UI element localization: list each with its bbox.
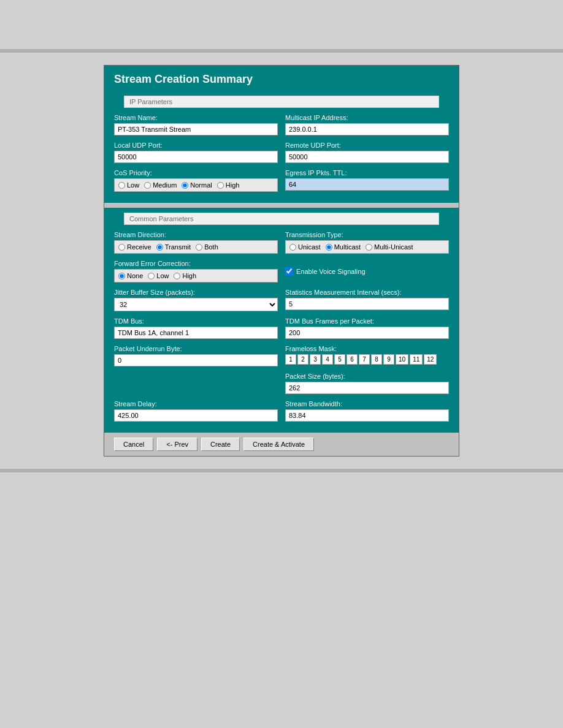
egress-input[interactable] [285,178,449,191]
voice-signaling-row: Enable Voice Signaling [285,267,449,275]
col-stream-bandwidth: Stream Bandwidth: [285,400,449,422]
transmission-type-label: Transmission Type: [285,231,449,238]
cos-medium-label[interactable]: Medium [144,181,177,189]
frameloss-btn-5[interactable]: 5 [334,354,345,365]
trans-unicast-radio[interactable] [289,244,296,251]
egress-label: Egress IP Pkts. TTL: [285,169,449,176]
fec-high-label[interactable]: High [174,272,196,279]
create-activate-button[interactable]: Create & Activate [243,438,314,451]
row-fec-voice: Forward Error Correction: None Low High [114,260,449,282]
row-underrun-frameloss: Packet Underrun Byte: Frameloss Mask: 12… [114,345,449,366]
multicast-ip-input[interactable] [285,123,449,135]
col-frameloss: Frameloss Mask: 123456789101112 [285,345,449,366]
dir-transmit-label[interactable]: Transmit [156,243,191,251]
col-stats: Statistics Measurement Interval (secs): [285,289,449,311]
common-parameters-section: Common Parameters Stream Direction: Rece… [104,208,459,433]
cos-normal-radio[interactable] [182,182,188,189]
fec-none-radio[interactable] [118,273,125,279]
top-bar [0,49,563,53]
bottom-buttons: Cancel <- Prev Create Create & Activate [104,433,459,456]
cos-radio-group: Low Medium Normal High [114,178,278,192]
stats-input[interactable] [285,298,449,310]
transmission-radio-group: Unicast Multicast Multi-Unicast [285,240,449,254]
page-title: Stream Creation Summary [104,66,459,91]
fec-none-label[interactable]: None [118,272,143,279]
col-packet-size: Packet Size (bytes): [285,373,449,394]
dir-transmit-radio[interactable] [156,244,163,251]
col-transmission-type: Transmission Type: Unicast Multicast Mul… [285,231,449,254]
frameloss-btn-10[interactable]: 10 [396,354,408,365]
trans-multicast-label[interactable]: Multicast [326,243,361,251]
dir-receive-label[interactable]: Receive [118,243,151,251]
trans-multiunicast-radio[interactable] [366,244,372,251]
row-stream-name-multicast: Stream Name: Multicast IP Address: [114,114,449,135]
trans-multicast-radio[interactable] [326,244,332,251]
frameloss-btn-3[interactable]: 3 [310,354,321,365]
cos-low-radio[interactable] [118,182,125,189]
stream-dir-label: Stream Direction: [114,231,278,238]
row-direction-transmission: Stream Direction: Receive Transmit Both … [114,231,449,254]
col-stream-delay: Stream Delay: [114,400,278,422]
frameloss-btn-12[interactable]: 12 [424,354,437,365]
jitter-label: Jitter Buffer Size (packets): [114,289,278,296]
frameloss-btn-11[interactable]: 11 [410,354,423,365]
stream-name-input[interactable] [114,123,278,135]
fec-low-label[interactable]: Low [148,272,169,279]
stream-delay-input[interactable] [114,409,278,422]
frameloss-btn-7[interactable]: 7 [359,354,370,365]
cos-high-label[interactable]: High [217,181,240,189]
prev-button[interactable]: <- Prev [157,438,197,451]
packet-size-input[interactable] [285,382,449,394]
bottom-bar [0,469,563,472]
fec-radio-group: None Low High [114,269,278,282]
common-params-header: Common Parameters [124,213,439,225]
stream-bandwidth-input[interactable] [285,409,449,422]
frameloss-mask-container: 123456789101112 [285,354,449,365]
col-remote-udp: Remote UDP Port: [285,142,449,163]
stream-name-label: Stream Name: [114,114,278,121]
fec-low-radio[interactable] [148,273,155,279]
frameloss-btn-8[interactable]: 8 [371,354,382,365]
tdm-bus-input[interactable] [114,327,278,339]
tdm-frames-label: TDM Bus Frames per Packet: [285,317,449,325]
cos-normal-label[interactable]: Normal [182,181,212,189]
jitter-select[interactable]: 32 16 64 [114,298,278,311]
frameloss-label: Frameloss Mask: [285,345,449,352]
frameloss-btn-6[interactable]: 6 [347,354,358,365]
frameloss-btn-2[interactable]: 2 [297,354,308,365]
cos-low-label[interactable]: Low [118,181,139,189]
col-local-udp: Local UDP Port: [114,142,278,163]
frameloss-btn-1[interactable]: 1 [285,354,296,365]
fec-high-radio[interactable] [174,273,180,279]
col-cos: CoS Priority: Low Medium Normal High [114,169,278,192]
dir-both-label[interactable]: Both [196,243,218,251]
row-tdm: TDM Bus: TDM Bus Frames per Packet: [114,317,449,339]
col-multicast-ip: Multicast IP Address: [285,114,449,135]
dir-receive-radio[interactable] [118,244,125,251]
tdm-frames-input[interactable] [285,327,449,339]
frameloss-btn-4[interactable]: 4 [322,354,333,365]
remote-udp-input[interactable] [285,151,449,163]
packet-underrun-input[interactable] [114,354,278,366]
local-udp-input[interactable] [114,151,278,163]
voice-signaling-checkbox[interactable] [285,267,293,275]
create-button[interactable]: Create [201,438,240,451]
col-stream-name: Stream Name: [114,114,278,135]
row-udp-ports: Local UDP Port: Remote UDP Port: [114,142,449,163]
col-jitter: Jitter Buffer Size (packets): 32 16 64 [114,289,278,311]
dir-both-radio[interactable] [196,244,202,251]
trans-multiuicast-label[interactable]: Multi-Unicast [366,243,413,251]
remote-udp-label: Remote UDP Port: [285,142,449,149]
packet-size-label: Packet Size (bytes): [285,373,449,380]
cancel-button[interactable]: Cancel [114,438,153,451]
cos-medium-radio[interactable] [144,182,151,189]
frameloss-btn-9[interactable]: 9 [383,354,394,365]
cos-high-radio[interactable] [217,182,224,189]
tdm-bus-label: TDM Bus: [114,317,278,325]
stats-label: Statistics Measurement Interval (secs): [285,289,449,296]
col-tdm-bus: TDM Bus: [114,317,278,339]
trans-unicast-label[interactable]: Unicast [289,243,321,251]
section-separator [104,203,459,208]
col-stream-direction: Stream Direction: Receive Transmit Both [114,231,278,254]
col-tdm-frames: TDM Bus Frames per Packet: [285,317,449,339]
